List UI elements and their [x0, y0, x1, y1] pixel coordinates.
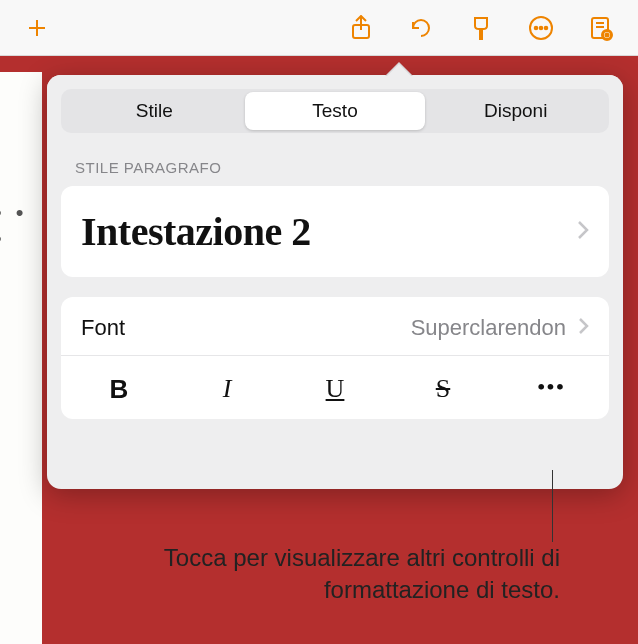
underline-button[interactable]: U [281, 364, 389, 415]
callout-leader-line [552, 470, 553, 542]
add-icon[interactable] [22, 13, 52, 43]
format-brush-icon[interactable] [466, 13, 496, 43]
svg-point-5 [540, 26, 543, 29]
font-format-card: Font Superclarendon B I U S ••• [61, 297, 609, 419]
tab-style[interactable]: Stile [64, 92, 245, 130]
share-icon[interactable] [346, 13, 376, 43]
font-row[interactable]: Font Superclarendon [61, 297, 609, 356]
document-page-preview: lo • • • ppy n y s in [0, 72, 42, 644]
undo-icon[interactable] [406, 13, 436, 43]
paragraph-style-name: Intestazione 2 [81, 208, 311, 255]
callout-text: Tocca per visualizzare altri controlli d… [130, 542, 560, 607]
format-tabs: Stile Testo Disponi [61, 89, 609, 133]
strikethrough-button[interactable]: S [389, 364, 497, 415]
svg-point-4 [535, 26, 538, 29]
doc-body-fragment: ppy n y s in [0, 392, 42, 484]
font-label: Font [81, 315, 125, 341]
italic-button[interactable]: I [173, 364, 281, 415]
font-value: Superclarendon [411, 315, 566, 341]
paragraph-style-card: Intestazione 2 [61, 186, 609, 277]
more-circle-icon[interactable] [526, 13, 556, 43]
text-format-row: B I U S ••• [61, 356, 609, 419]
doc-separator-dots: • • • [0, 200, 42, 252]
doc-heading-fragment: lo [0, 132, 42, 194]
chevron-right-icon [578, 317, 589, 339]
bold-button[interactable]: B [65, 364, 173, 415]
notes-icon[interactable] [586, 13, 616, 43]
svg-point-6 [545, 26, 548, 29]
paragraph-style-row[interactable]: Intestazione 2 [61, 186, 609, 277]
svg-point-12 [606, 33, 609, 36]
chevron-right-icon [577, 220, 589, 244]
popover-arrow-inner [387, 64, 411, 76]
app-toolbar [0, 0, 638, 56]
tab-arrange[interactable]: Disponi [425, 92, 606, 130]
paragraph-style-section-label: STILE PARAGRAFO [47, 141, 623, 186]
format-popover: Stile Testo Disponi STILE PARAGRAFO Inte… [47, 75, 623, 489]
tab-text[interactable]: Testo [245, 92, 426, 130]
more-text-options-button[interactable]: ••• [497, 364, 605, 415]
